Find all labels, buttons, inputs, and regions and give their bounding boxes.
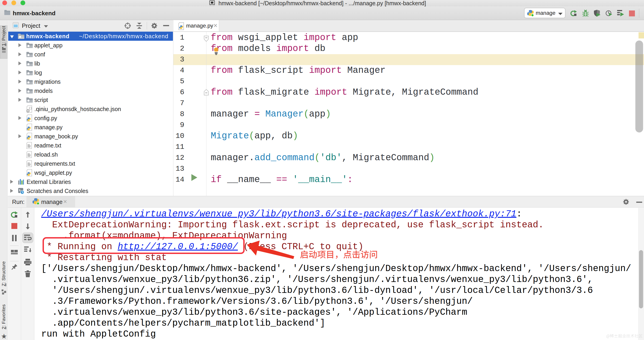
svg-text:{}: {} bbox=[29, 106, 32, 110]
